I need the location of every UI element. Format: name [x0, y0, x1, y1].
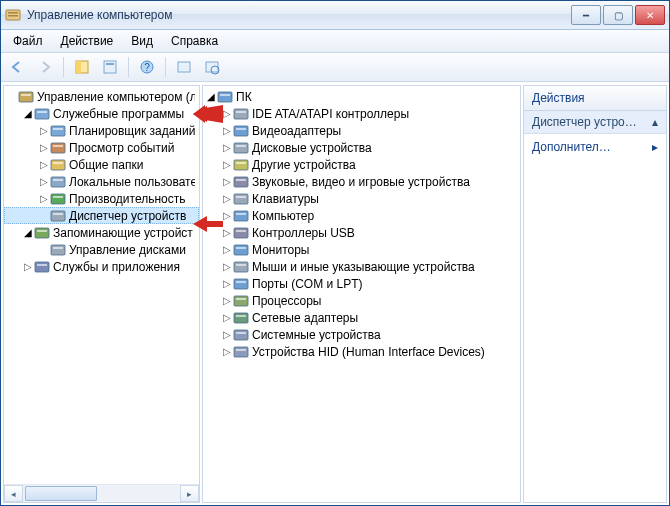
left-hscrollbar[interactable]: ◂ ▸ [4, 484, 199, 502]
disk-icon [233, 140, 249, 156]
expand-icon[interactable]: ▷ [38, 159, 50, 171]
show-hide-tree-button[interactable] [70, 55, 94, 79]
tree-item[interactable]: ▷Производительность [4, 190, 199, 207]
back-button[interactable] [5, 55, 29, 79]
tree-item[interactable]: ▷Мониторы [203, 241, 520, 258]
monitor-icon [233, 242, 249, 258]
expand-icon[interactable]: ▷ [38, 176, 50, 188]
tree-item[interactable]: ▷Звуковые, видео и игровые устройства [203, 173, 520, 190]
expand-icon[interactable]: ▷ [221, 125, 233, 137]
expand-icon[interactable]: ▷ [221, 346, 233, 358]
svg-rect-32 [35, 262, 49, 272]
scroll-right-button[interactable]: ▸ [180, 485, 199, 502]
close-button[interactable]: ✕ [635, 5, 665, 25]
svg-rect-61 [236, 315, 246, 317]
collapse-icon[interactable]: ◢ [22, 227, 34, 239]
scroll-track[interactable] [23, 486, 180, 501]
svg-rect-54 [234, 262, 248, 272]
tree-item[interactable]: ▷Мыши и иные указывающие устройства [203, 258, 520, 275]
titlebar: Управление компьютером ━ ▢ ✕ [1, 1, 669, 30]
expand-icon[interactable]: ▷ [221, 244, 233, 256]
tree-item-label: Контроллеры USB [252, 226, 355, 240]
expand-icon[interactable]: ▷ [221, 312, 233, 324]
maximize-button[interactable]: ▢ [603, 5, 633, 25]
tree-item[interactable]: ▷Устройства HID (Human Interface Devices… [203, 343, 520, 360]
expand-icon[interactable]: ▷ [221, 159, 233, 171]
menu-action[interactable]: Действие [53, 32, 122, 50]
mouse-icon [233, 259, 249, 275]
expand-icon[interactable]: ▷ [221, 142, 233, 154]
tree-item[interactable]: ▷Процессоры [203, 292, 520, 309]
window-title: Управление компьютером [27, 8, 571, 22]
collapse-icon[interactable]: ◢ [22, 108, 34, 120]
forward-button[interactable] [33, 55, 57, 79]
collapse-icon[interactable]: ◢ [205, 91, 217, 103]
actions-context[interactable]: Диспетчер устро… ▴ [524, 111, 666, 134]
console-tree-pane: Управление компьютером (л◢Служебные прог… [3, 85, 200, 503]
expand-icon[interactable]: ▷ [22, 261, 34, 273]
properties-button[interactable] [98, 55, 122, 79]
tree-item[interactable]: Управление компьютером (л [4, 88, 199, 105]
help-button[interactable]: ? [135, 55, 159, 79]
expand-icon[interactable]: ▷ [38, 193, 50, 205]
scroll-thumb[interactable] [25, 486, 97, 501]
menu-view[interactable]: Вид [123, 32, 161, 50]
tree-item[interactable]: ▷Планировщик заданий [4, 122, 199, 139]
tree-item-label: Порты (COM и LPT) [252, 277, 363, 291]
tree-item-label: Сетевые адаптеры [252, 311, 358, 325]
tree-item[interactable]: ▷Службы и приложения [4, 258, 199, 275]
minimize-button[interactable]: ━ [571, 5, 601, 25]
svg-rect-40 [234, 143, 248, 153]
tree-item[interactable]: ▷Системные устройства [203, 326, 520, 343]
refresh-button[interactable] [172, 55, 196, 79]
expand-icon[interactable]: ▷ [221, 210, 233, 222]
tree-item[interactable]: ▷Компьютер [203, 207, 520, 224]
expand-icon[interactable]: ▷ [221, 295, 233, 307]
expand-icon[interactable]: ▷ [221, 193, 233, 205]
svg-rect-6 [106, 63, 114, 65]
tree-item[interactable]: Диспетчер устройств [4, 207, 199, 224]
scroll-left-button[interactable]: ◂ [4, 485, 23, 502]
expand-icon[interactable]: ▷ [221, 278, 233, 290]
tree-item[interactable]: ▷Сетевые адаптеры [203, 309, 520, 326]
tree-item[interactable]: ▷IDE ATA/ATAPI контроллеры [203, 105, 520, 122]
console-tree[interactable]: Управление компьютером (л◢Служебные прог… [4, 86, 199, 484]
expand-icon[interactable]: ▷ [221, 261, 233, 273]
svg-rect-63 [236, 332, 246, 334]
tree-item[interactable]: ▷Дисковые устройства [203, 139, 520, 156]
tree-item-label: IDE ATA/ATAPI контроллеры [252, 107, 409, 121]
scan-button[interactable] [200, 55, 224, 79]
expand-icon[interactable]: ▷ [38, 142, 50, 154]
svg-rect-47 [236, 196, 246, 198]
users-icon [50, 174, 66, 190]
tree-item[interactable]: ▷Видеоадаптеры [203, 122, 520, 139]
tree-item[interactable]: ◢Служебные программы [4, 105, 199, 122]
svg-rect-39 [236, 128, 246, 130]
tree-item[interactable]: ◢Запоминающие устройст [4, 224, 199, 241]
tree-item[interactable]: ▷Общие папки [4, 156, 199, 173]
tree-item[interactable]: ▷Локальные пользовател [4, 173, 199, 190]
menu-help[interactable]: Справка [163, 32, 226, 50]
expand-icon[interactable]: ▷ [221, 108, 233, 120]
actions-more[interactable]: Дополнител… ▸ [524, 134, 666, 160]
expand-icon[interactable]: ▷ [38, 125, 50, 137]
sched-icon [50, 123, 66, 139]
tree-item[interactable]: ▷Другие устройства [203, 156, 520, 173]
keyboard-icon [233, 191, 249, 207]
svg-rect-27 [53, 213, 63, 215]
expand-icon[interactable]: ▷ [221, 329, 233, 341]
tree-item-label: Просмотр событий [69, 141, 174, 155]
device-tree[interactable]: ◢ПК▷IDE ATA/ATAPI контроллеры▷Видеоадапт… [203, 86, 520, 502]
tree-item[interactable]: ▷Просмотр событий [4, 139, 199, 156]
tree-item[interactable]: ▷Порты (COM и LPT) [203, 275, 520, 292]
window-controls: ━ ▢ ✕ [571, 5, 665, 25]
tree-item[interactable]: Управление дисками [4, 241, 199, 258]
tree-item[interactable]: ▷Клавиатуры [203, 190, 520, 207]
expand-icon[interactable]: ▷ [221, 176, 233, 188]
menu-file[interactable]: Файл [5, 32, 51, 50]
svg-rect-65 [236, 349, 246, 351]
tree-item[interactable]: ▷Контроллеры USB [203, 224, 520, 241]
tree-item[interactable]: ◢ПК [203, 88, 520, 105]
svg-rect-49 [236, 213, 246, 215]
expand-icon[interactable]: ▷ [221, 227, 233, 239]
